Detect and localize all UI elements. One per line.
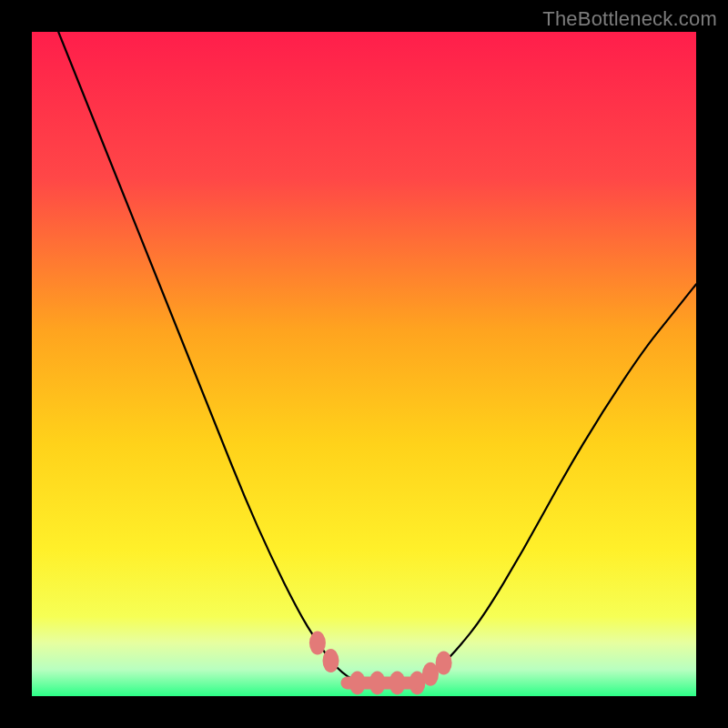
optimal-marker [436, 652, 452, 675]
optimal-marker [323, 649, 339, 672]
bottleneck-curve [58, 32, 696, 682]
watermark-text: TheBottleneck.com [542, 7, 717, 31]
curve-layer [32, 32, 696, 696]
plot-area [32, 32, 696, 696]
chart-frame: TheBottleneck.com [0, 0, 728, 728]
optimal-marker [309, 632, 326, 655]
optimal-band-bar [341, 676, 421, 689]
